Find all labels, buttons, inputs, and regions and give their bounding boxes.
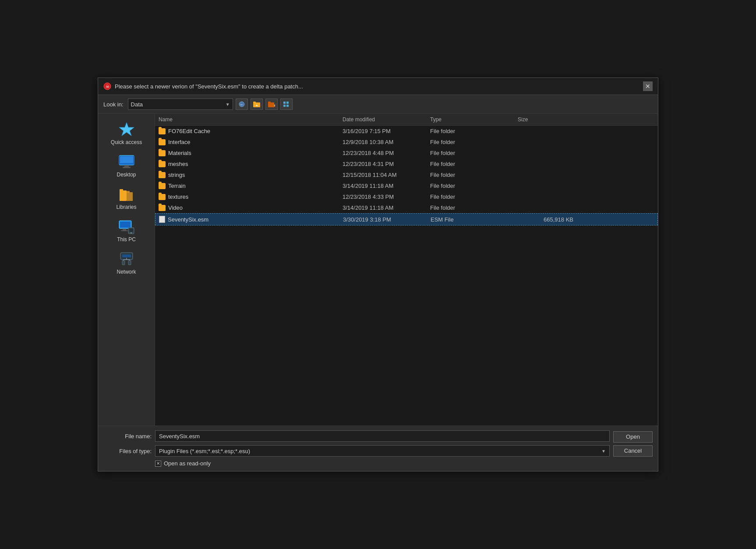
- folder-icon: [159, 128, 166, 134]
- folder-icon: [159, 139, 166, 145]
- main-area: Quick access Desktop: [98, 114, 658, 426]
- network-icon: [118, 251, 135, 267]
- svg-rect-24: [120, 222, 131, 228]
- file-cell-type: File folder: [427, 159, 514, 169]
- file-cell-date: 12/9/2018 10:38 AM: [339, 137, 427, 147]
- col-header-type[interactable]: Type: [427, 116, 514, 123]
- file-cell-name: Video: [155, 203, 339, 212]
- file-cell-date: 3/14/2019 11:18 AM: [339, 181, 427, 190]
- folder-icon: [159, 172, 166, 178]
- file-cell-type: ESM File: [427, 215, 515, 224]
- filetype-combo[interactable]: Plugin Files (*.esm;*.esl;*.esp;*.esu) ▼: [155, 445, 610, 457]
- file-cell-size: [514, 130, 580, 133]
- sidebar-item-quick-access[interactable]: Quick access: [102, 118, 151, 149]
- file-cell-date: 3/30/2019 3:18 PM: [339, 215, 427, 224]
- file-cell-size: [514, 207, 580, 209]
- toolbar: Look in: Data ▼ ← ★: [98, 95, 658, 114]
- svg-rect-26: [121, 230, 128, 231]
- desktop-icon: [118, 154, 135, 170]
- file-cell-name: Terrain: [155, 181, 339, 190]
- file-row[interactable]: SeventySix.esm3/30/2019 3:18 PMESM File6…: [155, 213, 658, 225]
- look-in-arrow: ▼: [226, 102, 230, 107]
- file-cell-date: 3/16/2019 7:15 PM: [339, 127, 427, 136]
- file-name-text: meshes: [168, 161, 188, 167]
- svg-rect-17: [124, 165, 129, 167]
- file-cell-date: 12/23/2018 4:33 PM: [339, 192, 427, 201]
- svg-rect-22: [127, 191, 130, 193]
- folder-icon: [159, 194, 166, 200]
- thispc-label: This PC: [117, 236, 136, 243]
- file-row[interactable]: Terrain3/14/2019 11:18 AMFile folder: [155, 180, 658, 191]
- sidebar-item-network[interactable]: Network: [102, 248, 151, 278]
- svg-rect-25: [123, 229, 126, 230]
- file-row[interactable]: Interface12/9/2018 10:38 AMFile folder: [155, 137, 658, 148]
- dialog-title: Please select a newer verion of "Seventy…: [115, 83, 303, 90]
- look-in-label: Look in:: [103, 101, 124, 108]
- svg-rect-20: [120, 189, 123, 191]
- back-button[interactable]: ←: [236, 99, 248, 110]
- file-row[interactable]: Materials12/23/2018 4:48 PMFile folder: [155, 148, 658, 158]
- filename-input[interactable]: [155, 430, 610, 442]
- cancel-button[interactable]: Cancel: [613, 445, 653, 457]
- new-folder-button[interactable]: ★: [265, 99, 278, 110]
- readonly-checkbox[interactable]: ✕: [155, 461, 161, 467]
- file-cell-type: File folder: [427, 181, 514, 190]
- sidebar-item-libraries[interactable]: Libraries: [102, 183, 151, 214]
- file-row[interactable]: meshes12/23/2018 4:31 PMFile folder: [155, 158, 658, 169]
- col-header-name[interactable]: Name: [155, 116, 339, 123]
- filetype-value: Plugin Files (*.esm;*.esl;*.esp;*.esu): [159, 448, 250, 454]
- svg-text:←: ←: [240, 102, 244, 107]
- close-button[interactable]: ✕: [643, 81, 653, 91]
- file-name-text: textures: [168, 194, 188, 200]
- filename-label: File name:: [103, 433, 152, 440]
- svg-rect-7: [268, 102, 271, 103]
- folder-icon: [159, 150, 166, 156]
- svg-rect-34: [128, 260, 131, 265]
- filename-row: File name:: [103, 430, 610, 442]
- file-cell-size: [514, 185, 580, 187]
- view-icon: [283, 101, 290, 107]
- file-row[interactable]: FO76Edit Cache3/16/2019 7:15 PMFile fold…: [155, 126, 658, 137]
- file-cell-name: SeventySix.esm: [155, 215, 339, 224]
- file-cell-name: Interface: [155, 137, 339, 147]
- view-button[interactable]: [280, 99, 293, 110]
- quick-access-label: Quick access: [111, 139, 142, 145]
- file-cell-date: 12/15/2018 11:04 AM: [339, 170, 427, 179]
- new-folder-icon: ★: [268, 101, 275, 107]
- file-cell-date: 3/14/2019 11:18 AM: [339, 203, 427, 212]
- svg-rect-28: [129, 229, 133, 232]
- file-row[interactable]: Video3/14/2019 11:18 AMFile folder: [155, 202, 658, 213]
- sidebar-item-desktop[interactable]: Desktop: [102, 151, 151, 181]
- file-cell-date: 12/23/2018 4:31 PM: [339, 159, 427, 169]
- bottom-panel: File name: Files of type: Plugin Files (…: [98, 426, 658, 471]
- sidebar: Quick access Desktop: [98, 114, 155, 426]
- folder-icon: [159, 205, 166, 211]
- col-header-size[interactable]: Size: [514, 116, 580, 123]
- svg-rect-9: [283, 102, 286, 104]
- folder-up-icon: [253, 101, 260, 107]
- file-cell-name: textures: [155, 192, 339, 201]
- desktop-label: Desktop: [117, 172, 136, 178]
- file-list-header: Name Date modified Type Size: [155, 114, 658, 126]
- svg-text:☠: ☠: [106, 84, 110, 89]
- file-cell-name: Materials: [155, 148, 339, 158]
- readonly-label: Open as read-only: [164, 460, 211, 467]
- readonly-row: ✕ Open as read-only: [155, 460, 610, 467]
- file-cell-type: File folder: [427, 170, 514, 179]
- svg-rect-33: [122, 260, 125, 265]
- filetype-row: Files of type: Plugin Files (*.esm;*.esl…: [103, 445, 610, 457]
- up-folder-button[interactable]: [251, 99, 263, 110]
- file-row[interactable]: textures12/23/2018 4:33 PMFile folder: [155, 191, 658, 202]
- file-name-text: FO76Edit Cache: [168, 128, 210, 134]
- look-in-combo[interactable]: Data ▼: [128, 99, 233, 110]
- col-header-date[interactable]: Date modified: [339, 116, 427, 123]
- folder-icon: [159, 183, 166, 189]
- svg-rect-12: [286, 105, 289, 107]
- file-cell-type: File folder: [427, 137, 514, 147]
- file-row[interactable]: strings12/15/2018 11:04 AMFile folder: [155, 169, 658, 180]
- file-cell-name: meshes: [155, 159, 339, 169]
- sidebar-item-thispc[interactable]: This PC: [102, 215, 151, 246]
- file-cell-size: [514, 174, 580, 176]
- svg-rect-10: [286, 102, 289, 104]
- open-button[interactable]: Open: [613, 431, 653, 443]
